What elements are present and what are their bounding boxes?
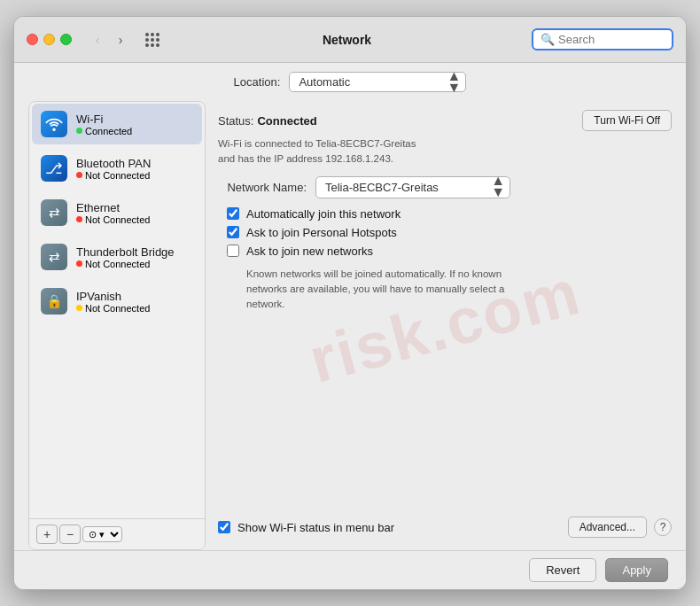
- bluetooth-icon: ⎇: [41, 155, 67, 182]
- sidebar-item-wifi[interactable]: Wi-Fi Connected: [32, 104, 202, 144]
- vpn-item-status: Not Connected: [76, 303, 150, 314]
- personal-hotspots-checkbox[interactable]: [227, 226, 239, 238]
- traffic-lights: [27, 34, 72, 45]
- search-input[interactable]: [558, 33, 665, 46]
- grid-dot: [151, 38, 154, 42]
- known-networks-note: Known networks will be joined automatica…: [246, 267, 512, 313]
- nav-buttons: ‹ ›: [88, 30, 130, 50]
- show-wifi-row: Show Wi-Fi status in menu bar: [218, 521, 561, 534]
- sidebar-item-ipvanish[interactable]: 🔒 IPVanish Not Connected: [32, 281, 202, 322]
- grid-dot: [156, 38, 159, 42]
- tb-item-name: Thunderbolt Bridge: [76, 245, 175, 259]
- location-select[interactable]: Automatic Edit Locations...: [289, 72, 466, 92]
- status-left: Status: Connected: [218, 114, 317, 128]
- content: Location: Automatic Edit Locations... ▲▼: [14, 63, 686, 550]
- revert-button[interactable]: Revert: [529, 558, 596, 582]
- auto-join-row: Automatically join this network: [218, 207, 672, 221]
- auto-join-checkbox[interactable]: [227, 207, 239, 220]
- status-row: Status: Connected Turn Wi-Fi Off: [218, 110, 672, 131]
- network-window: ‹ › Network 🔍 Location:: [13, 16, 687, 590]
- help-button[interactable]: ?: [654, 518, 672, 536]
- network-name-select-wrapper: Telia-8ECBC7-Greitas ▲▼: [315, 176, 510, 198]
- auto-join-label: Automatically join this network: [246, 207, 401, 221]
- turn-wifi-button[interactable]: Turn Wi-Fi Off: [582, 110, 672, 131]
- forward-button[interactable]: ›: [111, 30, 130, 50]
- location-bar: Location: Automatic Edit Locations... ▲▼: [14, 63, 686, 101]
- thunderbolt-icon: ⇄: [41, 244, 67, 270]
- grid-dot: [151, 43, 154, 47]
- window-footer: Revert Apply: [14, 550, 686, 589]
- apply-button[interactable]: Apply: [605, 558, 668, 582]
- sidebar-item-ethernet[interactable]: ⇄ Ethernet Not Connected: [32, 192, 202, 233]
- new-networks-row: Ask to join new networks: [218, 245, 672, 258]
- grid-icon[interactable]: [143, 30, 162, 50]
- vpn-item-info: IPVanish Not Connected: [76, 290, 150, 314]
- wifi-item-name: Wi-Fi: [76, 113, 132, 126]
- tb-item-info: Thunderbolt Bridge Not Connected: [76, 245, 175, 269]
- vpn-item-name: IPVanish: [76, 290, 150, 303]
- location-select-wrapper: Automatic Edit Locations... ▲▼: [289, 72, 466, 92]
- eth-status-dot: [76, 216, 82, 222]
- action-select[interactable]: ⊙ ▾: [82, 526, 122, 542]
- bt-item-name: Bluetooth PAN: [76, 157, 151, 170]
- status-label: Status:: [218, 114, 253, 128]
- show-wifi-label: Show Wi-Fi status in menu bar: [237, 521, 394, 534]
- eth-item-name: Ethernet: [76, 201, 150, 214]
- vpn-status-dot: [76, 305, 82, 311]
- grid-dot: [151, 33, 154, 36]
- sidebar-item-bluetooth[interactable]: ⎇ Bluetooth PAN Not Connected: [32, 148, 202, 189]
- ethernet-icon: ⇄: [41, 199, 67, 226]
- wifi-icon: [41, 111, 67, 137]
- wifi-status-dot: [76, 128, 82, 134]
- network-name-select[interactable]: Telia-8ECBC7-Greitas: [315, 176, 510, 198]
- grid-dot: [156, 33, 159, 36]
- sidebar: Wi-Fi Connected ⎇ Bluetooth PAN: [28, 101, 206, 550]
- titlebar: ‹ › Network 🔍: [14, 17, 686, 63]
- back-button[interactable]: ‹: [88, 30, 107, 50]
- bottom-row: Show Wi-Fi status in menu bar Advanced..…: [218, 517, 672, 541]
- wifi-item-status: Connected: [76, 126, 132, 136]
- eth-item-info: Ethernet Not Connected: [76, 201, 150, 225]
- personal-hotspots-label: Ask to join Personal Hotspots: [246, 226, 397, 239]
- sidebar-item-thunderbolt[interactable]: ⇄ Thunderbolt Bridge Not Connected: [32, 237, 202, 277]
- sidebar-footer: + − ⊙ ▾: [29, 518, 205, 549]
- remove-network-button[interactable]: −: [59, 524, 81, 544]
- add-network-button[interactable]: +: [36, 524, 58, 544]
- network-name-label: Network Name:: [218, 181, 307, 194]
- location-label: Location:: [234, 75, 281, 89]
- grid-dot: [145, 38, 149, 42]
- bt-item-status: Not Connected: [76, 170, 151, 181]
- status-description: Wi-Fi is connected to Telia-8ECBC7-Greit…: [218, 136, 484, 167]
- search-icon: 🔍: [541, 33, 555, 46]
- tb-status-dot: [76, 260, 82, 267]
- advanced-button[interactable]: Advanced...: [568, 517, 647, 538]
- eth-item-status: Not Connected: [76, 214, 150, 225]
- grid-dot: [145, 43, 149, 47]
- right-panel: risk.com Status: Connected Turn Wi-Fi Of…: [218, 101, 672, 550]
- close-button[interactable]: [27, 34, 38, 45]
- network-name-row: Network Name: Telia-8ECBC7-Greitas ▲▼: [218, 176, 672, 198]
- grid-dot: [145, 33, 149, 36]
- status-value: Connected: [257, 114, 316, 128]
- show-wifi-checkbox[interactable]: [218, 521, 230, 533]
- personal-hotspots-row: Ask to join Personal Hotspots: [218, 226, 672, 239]
- minimize-button[interactable]: [43, 34, 55, 45]
- wifi-item-info: Wi-Fi Connected: [76, 113, 132, 136]
- grid-dot: [156, 43, 159, 47]
- new-networks-label: Ask to join new networks: [246, 245, 373, 258]
- window-title: Network: [171, 33, 523, 47]
- tb-item-status: Not Connected: [76, 259, 175, 269]
- search-box: 🔍: [532, 28, 673, 50]
- bt-status-dot: [76, 172, 82, 178]
- main-area: Wi-Fi Connected ⎇ Bluetooth PAN: [14, 101, 686, 550]
- maximize-button[interactable]: [60, 34, 72, 45]
- new-networks-checkbox[interactable]: [227, 245, 239, 257]
- bt-item-info: Bluetooth PAN Not Connected: [76, 157, 151, 181]
- vpn-icon: 🔒: [41, 288, 67, 315]
